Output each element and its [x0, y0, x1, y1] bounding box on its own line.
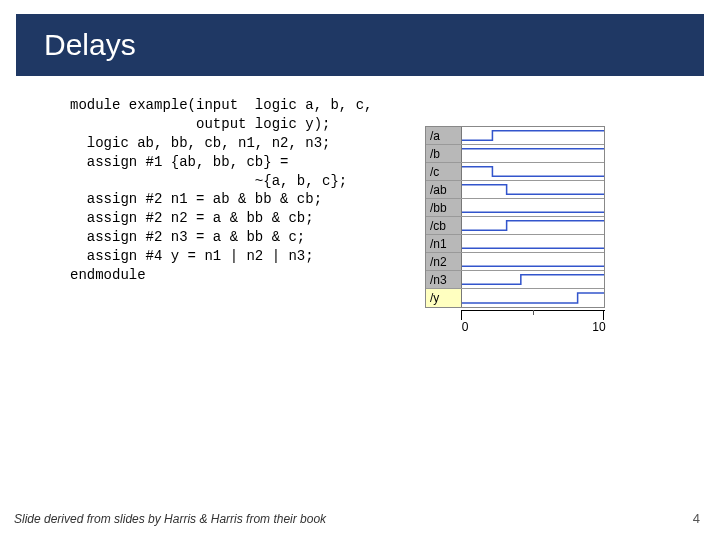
signal-name: /bb: [426, 199, 462, 216]
signal-row: /bb: [426, 199, 604, 217]
signal-wave: [462, 289, 604, 307]
signal-row: /cb: [426, 217, 604, 235]
page-number: 4: [693, 511, 700, 526]
signal-wave: [462, 181, 604, 198]
signal-wave: [462, 127, 604, 144]
tick-0: [461, 310, 462, 320]
signal-wave: [462, 163, 604, 180]
signal-wave: [462, 271, 604, 288]
signal-name: /cb: [426, 217, 462, 234]
signal-wave: [462, 235, 604, 252]
signal-row: /c: [426, 163, 604, 181]
signal-row: /n3: [426, 271, 604, 289]
signal-row: /n1: [426, 235, 604, 253]
signal-name: /b: [426, 145, 462, 162]
waveform-viewer: /a/b/c/ab/bb/cb/n1/n2/n3/y 0 10: [425, 126, 605, 338]
signal-name: /ab: [426, 181, 462, 198]
signal-list: /a/b/c/ab/bb/cb/n1/n2/n3/y: [425, 126, 605, 308]
time-label-0: 0: [462, 320, 469, 334]
signal-row: /b: [426, 145, 604, 163]
time-label-10: 10: [592, 320, 605, 334]
signal-wave: [462, 253, 604, 270]
signal-row: /n2: [426, 253, 604, 271]
signal-row: /a: [426, 127, 604, 145]
signal-name: /y: [426, 289, 462, 307]
tick-minor: [533, 310, 534, 315]
signal-wave: [462, 217, 604, 234]
slide-content: module example(input logic a, b, c, outp…: [0, 76, 720, 285]
signal-name: /c: [426, 163, 462, 180]
footer-attribution: Slide derived from slides by Harris & Ha…: [14, 512, 326, 526]
signal-name: /a: [426, 127, 462, 144]
signal-row: /ab: [426, 181, 604, 199]
signal-wave: [462, 199, 604, 216]
signal-wave: [462, 145, 604, 162]
signal-name: /n3: [426, 271, 462, 288]
signal-name: /n1: [426, 235, 462, 252]
tick-10: [603, 310, 604, 320]
time-axis: 0 10: [425, 310, 605, 338]
slide-title: Delays: [16, 14, 704, 76]
signal-name: /n2: [426, 253, 462, 270]
signal-row: /y: [426, 289, 604, 307]
